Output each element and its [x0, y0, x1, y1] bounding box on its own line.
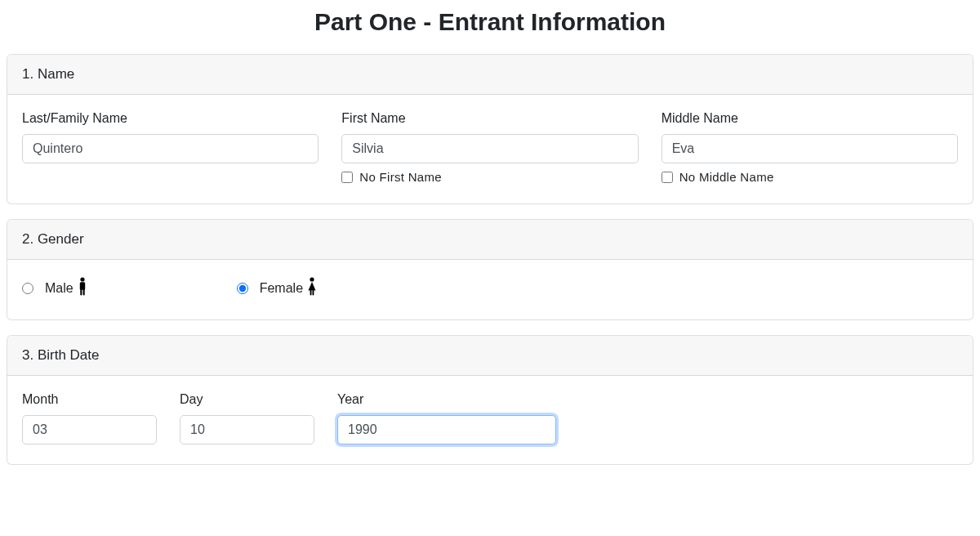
first-name-input[interactable] — [341, 134, 638, 163]
page-title: Part One - Entrant Information — [7, 8, 973, 36]
section-name: 1. Name Last/Family Name First Name No F… — [7, 54, 973, 204]
first-name-group: First Name No First Name — [341, 111, 638, 184]
last-name-input[interactable] — [22, 134, 318, 163]
last-name-group: Last/Family Name — [22, 111, 318, 184]
gender-female-option[interactable]: Female — [237, 276, 319, 300]
middle-name-label: Middle Name — [662, 111, 958, 126]
no-middle-name-label: No Middle Name — [679, 170, 774, 184]
birth-year-group: Year — [337, 392, 556, 444]
svg-point-4 — [310, 277, 314, 281]
birth-day-input[interactable] — [180, 415, 314, 444]
birth-year-input[interactable] — [337, 415, 556, 444]
svg-point-0 — [80, 277, 84, 281]
female-icon — [305, 276, 319, 300]
section-birthdate-header: 3. Birth Date — [7, 336, 973, 376]
no-first-name-checkbox[interactable] — [341, 172, 353, 183]
section-name-header: 1. Name — [7, 55, 973, 95]
male-icon — [75, 276, 90, 300]
gender-female-radio[interactable] — [237, 283, 248, 294]
first-name-label: First Name — [341, 111, 638, 126]
gender-female-label: Female — [260, 281, 303, 296]
section-gender-header: 2. Gender — [7, 220, 973, 260]
middle-name-input[interactable] — [662, 134, 958, 163]
birth-day-group: Day — [180, 392, 314, 444]
svg-rect-2 — [80, 289, 82, 296]
gender-male-radio[interactable] — [22, 283, 33, 294]
gender-male-option[interactable]: Male — [22, 276, 90, 300]
no-middle-name-checkbox[interactable] — [662, 172, 673, 183]
middle-name-group: Middle Name No Middle Name — [662, 111, 958, 184]
birth-day-label: Day — [180, 392, 314, 407]
section-birthdate: 3. Birth Date Month Day Year — [7, 335, 973, 465]
no-first-name-label: No First Name — [359, 170, 442, 184]
birth-month-input[interactable] — [22, 415, 157, 444]
gender-male-label: Male — [45, 281, 74, 296]
birth-year-label: Year — [337, 392, 556, 407]
last-name-label: Last/Family Name — [22, 111, 318, 126]
birth-month-label: Month — [22, 392, 157, 407]
section-gender: 2. Gender Male — [7, 219, 973, 320]
svg-rect-1 — [79, 282, 84, 290]
svg-rect-5 — [310, 290, 312, 296]
birth-month-group: Month — [22, 392, 157, 444]
svg-rect-3 — [82, 289, 84, 296]
svg-rect-6 — [313, 290, 314, 296]
